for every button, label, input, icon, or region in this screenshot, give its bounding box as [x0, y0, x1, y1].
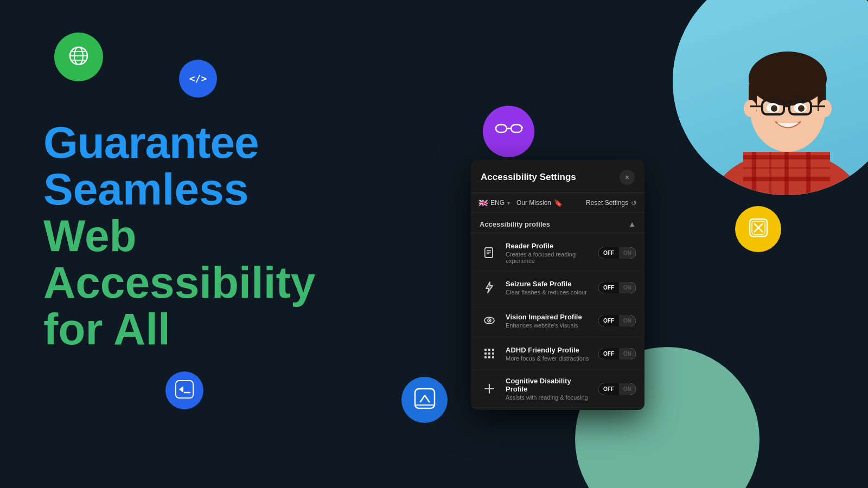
profile-item: Vision Impaired Profile Enhances website…	[471, 304, 644, 337]
svg-rect-36	[176, 381, 193, 398]
toggle-off-label-0: OFF	[598, 247, 619, 259]
person-photo	[673, 0, 868, 195]
profile-toggle-2[interactable]: OFF ON	[598, 315, 636, 326]
profile-name-0: Reader Profile	[506, 242, 592, 250]
badge-icon	[746, 216, 770, 242]
svg-point-22	[771, 105, 777, 112]
hero-line-2: Seamless	[43, 166, 380, 213]
lang-chevron-icon: ▾	[507, 200, 510, 206]
svg-rect-52	[488, 352, 490, 355]
profile-toggle-3[interactable]: OFF ON	[598, 348, 636, 359]
hero-text: Guarantee Seamless Web Accessibility for…	[43, 119, 380, 352]
profile-icon-3	[480, 344, 499, 363]
svg-rect-30	[511, 125, 522, 132]
code-icon: </>	[189, 74, 207, 84]
toggle-on-label-1: ON	[619, 282, 636, 293]
panel-header: Accessibility Settings ×	[471, 160, 644, 193]
toggle-on-label-2: ON	[619, 315, 636, 326]
profiles-label: Accessibility profiles	[480, 220, 550, 228]
hero-line-1: Guarantee	[43, 119, 380, 166]
accessibility-panel: Accessibility Settings × 🇬🇧 ENG ▾ Our Mi…	[471, 160, 644, 410]
profiles-chevron-icon: ▲	[628, 220, 636, 228]
svg-rect-44	[484, 249, 486, 256]
toggle-on-label-3: ON	[619, 348, 636, 359]
svg-rect-56	[492, 356, 494, 358]
svg-rect-55	[488, 356, 490, 358]
toggle-on-label-0: ON	[619, 247, 636, 259]
profile-icon-1	[480, 278, 499, 297]
svg-rect-40	[485, 248, 493, 258]
toggle-off-label-1: OFF	[598, 282, 619, 293]
refresh-icon: ↺	[631, 199, 637, 207]
panel-toolbar: 🇬🇧 ENG ▾ Our Mission 🔖 Reset Settings ↺	[471, 193, 644, 213]
profile-desc-3: More focus & fewer distractions	[506, 355, 592, 362]
svg-rect-53	[492, 352, 494, 355]
profiles-list: Reader Profile Creates a focused reading…	[471, 233, 644, 410]
bookmark-icon: 🔖	[554, 199, 563, 207]
our-mission-button[interactable]: Our Mission 🔖	[516, 199, 563, 207]
profile-name-1: Seizure Safe Profile	[506, 280, 592, 288]
profile-item: Seizure Safe Profile Clear flashes & red…	[471, 271, 644, 304]
panel-close-button[interactable]: ×	[620, 170, 635, 185]
profile-info-3: ADHD Friendly Profile More focus & fewer…	[506, 346, 592, 362]
profile-toggle-4[interactable]: OFF ON	[598, 383, 636, 395]
frame-bubble	[401, 377, 448, 423]
profile-icon-0	[480, 243, 499, 263]
profile-info-0: Reader Profile Creates a focused reading…	[506, 242, 592, 264]
toggle-off-label-4: OFF	[598, 383, 619, 395]
profile-desc-4: Assists with reading & focusing	[506, 394, 592, 401]
svg-point-23	[798, 105, 805, 112]
lang-code: ENG	[490, 199, 505, 207]
glasses-icon	[495, 122, 523, 141]
profile-icon-2	[480, 311, 499, 330]
toggle-off-label-2: OFF	[598, 315, 619, 326]
toggle-off-label-3: OFF	[598, 348, 619, 359]
profile-icon-4	[480, 379, 499, 399]
profile-name-4: Cognitive Disability Profile	[506, 377, 592, 393]
mission-label: Our Mission	[516, 199, 551, 207]
panel-title: Accessibility Settings	[481, 172, 576, 183]
toggle-on-label-4: ON	[619, 383, 636, 395]
profile-name-2: Vision Impaired Profile	[506, 313, 592, 321]
profile-info-2: Vision Impaired Profile Enhances website…	[506, 313, 592, 329]
hero-line-3: Web Accessibility	[43, 213, 380, 306]
svg-rect-51	[484, 352, 487, 355]
svg-point-14	[819, 100, 832, 117]
profile-toggle-1[interactable]: OFF ON	[598, 282, 636, 293]
svg-point-47	[489, 320, 490, 321]
profiles-section-header[interactable]: Accessibility profiles ▲	[471, 213, 644, 233]
glasses-bubble	[483, 106, 534, 157]
hero-line-4: for All	[43, 306, 380, 352]
svg-point-13	[744, 100, 757, 117]
profile-info-4: Cognitive Disability Profile Assists wit…	[506, 377, 592, 401]
profile-desc-2: Enhances website's visuals	[506, 322, 592, 329]
language-selector[interactable]: 🇬🇧 ENG ▾	[478, 198, 510, 207]
code-bubble: </>	[179, 60, 217, 98]
svg-rect-49	[488, 349, 490, 351]
reset-label: Reset Settings	[586, 199, 628, 207]
profile-desc-0: Creates a focused reading experience	[506, 251, 592, 264]
svg-point-10	[749, 52, 827, 106]
frame-icon	[413, 387, 437, 413]
close-icon: ×	[625, 173, 629, 182]
svg-rect-29	[496, 125, 507, 132]
terminal-bubble	[165, 371, 203, 409]
svg-rect-54	[484, 356, 487, 358]
profile-desc-1: Clear flashes & reduces colour	[506, 289, 592, 296]
profile-info-1: Seizure Safe Profile Clear flashes & red…	[506, 280, 592, 296]
profile-name-3: ADHD Friendly Profile	[506, 346, 592, 354]
svg-rect-50	[492, 349, 494, 351]
profile-item: Cognitive Disability Profile Assists wit…	[471, 370, 644, 408]
reset-settings-button[interactable]: Reset Settings ↺	[586, 199, 637, 207]
badge-bubble	[735, 206, 781, 252]
profile-toggle-0[interactable]: OFF ON	[598, 247, 636, 259]
svg-rect-48	[484, 349, 487, 351]
profile-item: ADHD Friendly Profile More focus & fewer…	[471, 337, 644, 370]
flag-icon: 🇬🇧	[478, 198, 488, 207]
globe-bubble	[54, 33, 103, 81]
globe-icon	[67, 44, 90, 70]
profile-item: Reader Profile Creates a focused reading…	[471, 235, 644, 271]
terminal-icon	[175, 380, 194, 402]
